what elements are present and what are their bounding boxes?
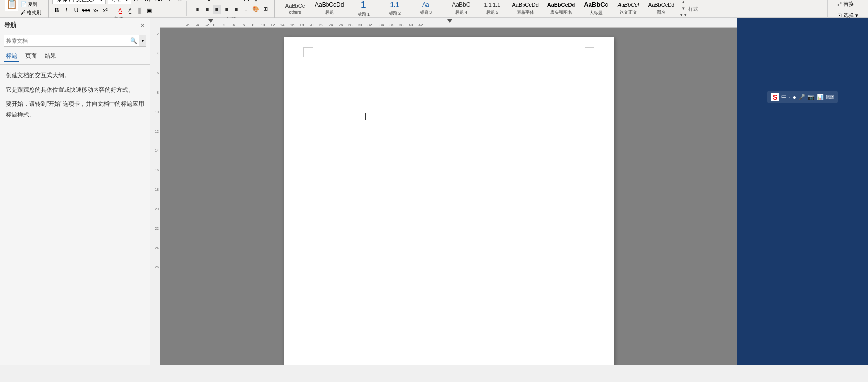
font-row1: 宋体 (中文正文) 小四 A↑ A↓ Aa ✦ A (52, 0, 184, 4)
nav-tab-results[interactable]: 结果 (43, 51, 58, 62)
font-color-button[interactable]: A̲ (126, 6, 134, 15)
paste-button[interactable]: 📋 (5, 0, 18, 11)
ruler-left-margin[interactable] (208, 19, 213, 23)
highlight-button[interactable]: A̲ (116, 6, 125, 15)
bold-button[interactable]: B (52, 6, 61, 15)
sougou-mic[interactable]: 🎤 (798, 94, 805, 100)
v-mark-14: 14 (155, 149, 159, 152)
sougou-dot[interactable]: · (789, 94, 790, 100)
increase-font-btn[interactable]: A↑ (133, 0, 142, 4)
nav-tab-headings[interactable]: 标题 (4, 51, 19, 62)
font-size-select[interactable]: 小四 (108, 0, 131, 4)
show-marks-btn[interactable]: ¶ (251, 0, 260, 3)
style-item-h1[interactable]: 1 标题 1 (349, 0, 378, 19)
ruler-mark-6: 6 (243, 23, 245, 27)
list-number-btn[interactable]: ≡1 (203, 0, 212, 3)
search-button[interactable]: 🔍 (128, 35, 139, 46)
clipboard-sub: ✂ 剪切 📄 复制 🖌 格式刷 (19, 0, 43, 17)
nav-content: 创建文档的交互式大纲。 它是跟踪您的具体位置或快速移动内容的好方式。 要开始，请… (0, 65, 150, 365)
search-input[interactable] (4, 38, 128, 44)
right-sidebar: S 中 · ● 🎤 📷 📊 ⌨ (737, 18, 868, 365)
ruler-mark-0: 0 (213, 23, 215, 27)
ruler-mark-32: 32 (368, 23, 372, 27)
line-spacing-btn[interactable]: ↕ (242, 5, 250, 14)
strikethrough-button[interactable]: abc (82, 6, 90, 15)
nav-close-btn[interactable]: ✕ (138, 21, 146, 29)
text-effect-btn[interactable]: A (176, 0, 184, 4)
sougou-keyboard[interactable]: ⌨ (826, 94, 834, 100)
style-item-h5[interactable]: 1.1.1.1 标题 5 (477, 0, 507, 17)
sort-btn[interactable]: ↕A (242, 0, 250, 3)
justify-distribute-btn[interactable]: ≡ (232, 5, 241, 14)
v-mark-8: 8 (157, 91, 159, 94)
ruler-right-margin[interactable] (447, 19, 452, 23)
style-preview-table-head: AaBbCcDd (547, 1, 575, 8)
style-label-fig: 图名 (657, 9, 666, 16)
shade-button[interactable]: ▒ (135, 6, 144, 15)
fill-color-btn[interactable]: 🎨 (251, 5, 260, 14)
sougou-chart[interactable]: 📊 (817, 94, 824, 100)
font-name-select[interactable]: 宋体 (中文正文) (52, 0, 106, 4)
superscript-button[interactable]: x² (101, 6, 110, 15)
v-mark-20: 20 (155, 207, 159, 211)
format-button[interactable]: 🖌 格式刷 (19, 9, 43, 17)
increase-indent-btn[interactable]: ⇥ (232, 0, 241, 3)
clear-format-btn[interactable]: ✦ (165, 0, 174, 4)
align-justify-btn[interactable]: ≡ (222, 5, 231, 14)
decrease-font-btn[interactable]: A↓ (144, 0, 152, 4)
subscript-button[interactable]: x₂ (91, 6, 100, 15)
toolbar-row: 📋 ✂ 剪切 📄 复制 🖌 格式刷 剪贴板 宋体 (中文正文) 小四 A↑ (0, 0, 868, 17)
ruler-mark-34: 34 (380, 23, 384, 27)
v-mark-18: 18 (155, 188, 159, 191)
ruler-mark-14: 14 (280, 23, 285, 27)
sougou-camera[interactable]: 📷 (807, 94, 815, 100)
styles-expand[interactable]: ▼▼ (680, 12, 687, 18)
style-item-fig[interactable]: AaBbCcDd 图名 (645, 0, 678, 17)
style-item-h4[interactable]: AaBbC 标题 4 (446, 0, 475, 17)
change-case-btn[interactable]: Aa (154, 0, 163, 4)
ruler-content: -6 -4 -2 0 2 4 6 8 10 12 14 16 18 20 22 … (161, 18, 736, 27)
styles-scroll-up[interactable]: ▲ (680, 0, 687, 5)
style-item-h2[interactable]: 1.1 标题 2 (380, 0, 409, 18)
search-box: 🔍 ▾ (4, 35, 146, 47)
style-item-table-text[interactable]: AaBbCcDd 表格字体 (508, 0, 541, 17)
style-item-body[interactable]: AaBbCcI 论文正文 (614, 0, 643, 17)
nav-tab-pages[interactable]: 页面 (23, 51, 39, 62)
style-preview-h2: 1.1 (390, 0, 399, 9)
list-bullet-btn[interactable]: ≡• (193, 0, 202, 3)
border-btn[interactable]: ▣ (145, 6, 154, 15)
v-mark-2: 2 (157, 33, 159, 36)
align-left-btn[interactable]: ≡ (193, 5, 202, 14)
sougou-chinese[interactable]: 中 (781, 93, 787, 101)
font-row2: B I U abc x₂ x² A̲ A̲ ▒ ▣ (52, 6, 184, 15)
document-scroll-area[interactable] (160, 28, 737, 365)
style-item-table-head[interactable]: AaBbCcDd 表头和图名 (544, 0, 578, 17)
para-row1: ≡• ≡1 ≡≡ ⇤ ⇥ ↕A ¶ (193, 0, 270, 3)
styles-scroll-down[interactable]: ▼ (680, 6, 687, 12)
style-preview-body: AaBbCcI (618, 1, 639, 8)
list-multi-btn[interactable]: ≡≡ (213, 0, 221, 3)
style-item-big-title[interactable]: AaBbCc 大标题 (580, 0, 612, 17)
sougou-dot2[interactable]: ● (793, 94, 796, 100)
align-right-btn[interactable]: ≡ (213, 5, 221, 14)
nav-hint-2: 它是跟踪您的具体位置或快速移动内容的好方式。 (6, 85, 144, 96)
style-item-others[interactable]: AaBbCc others (280, 1, 310, 16)
borders-btn[interactable]: ⊞ (261, 5, 270, 14)
italic-button[interactable]: I (62, 6, 71, 15)
style-item-title[interactable]: AaBbCcDd 标题 (311, 0, 347, 17)
ruler-mark-10: 10 (261, 23, 265, 27)
style-preview-others: AaBbCc (285, 2, 305, 9)
style-preview-big-title: AaBbCc (584, 1, 608, 9)
page-corner-tl (303, 47, 313, 57)
align-center-btn[interactable]: ≡ (203, 5, 212, 14)
underline-button[interactable]: U (72, 6, 81, 15)
replace-button[interactable]: ⇄ 替换 (835, 0, 863, 9)
nav-minimize-btn[interactable]: — (129, 21, 136, 29)
search-dropdown[interactable]: ▾ (139, 35, 146, 46)
decrease-indent-btn[interactable]: ⇤ (222, 0, 231, 3)
style-preview-h4: AaBbC (452, 1, 470, 9)
document-page[interactable] (284, 37, 614, 365)
copy-button[interactable]: 📄 复制 (19, 0, 43, 8)
text-cursor (365, 113, 366, 120)
style-item-h3[interactable]: Aa 标题 3 (411, 0, 440, 17)
